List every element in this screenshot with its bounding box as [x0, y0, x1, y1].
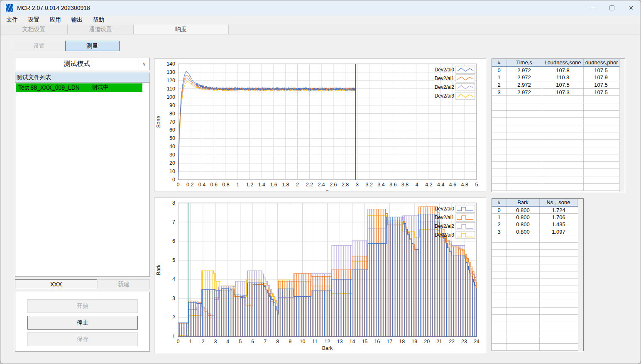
svg-text:19: 19: [411, 339, 417, 344]
loudness-table-panel: #Time,sLoudness,soneLoudness,phon02.9721…: [492, 59, 625, 192]
start-button[interactable]: 开始: [27, 299, 138, 313]
svg-text:70: 70: [169, 119, 175, 125]
table-cell: 2.972: [506, 81, 542, 88]
test-file-name: Test 88_XXX_009_LDN: [18, 84, 80, 91]
table-cell: 2.972: [506, 67, 542, 74]
table-cell: [506, 162, 542, 169]
table-cell: [492, 147, 506, 154]
svg-text:22: 22: [449, 339, 455, 344]
svg-text:Dev2/ai3: Dev2/ai3: [435, 93, 455, 99]
table-cell: 1: [492, 74, 506, 81]
bark-table-panel: #BarkNs，sone00.8001.72410.8001.70620.800…: [492, 198, 584, 351]
subtab-settings[interactable]: 设置: [13, 41, 65, 51]
svg-text:130: 130: [166, 69, 175, 75]
test-file-list-header: 测试文件列表: [15, 73, 150, 82]
svg-text:1.2: 1.2: [246, 182, 253, 188]
svg-text:1: 1: [172, 334, 175, 340]
specific-loudness-chart-panel: 0123456789101112131415161718192021222324…: [154, 198, 486, 353]
table-cell: [506, 271, 540, 278]
loudness-time-chart[interactable]: 00.20.40.60.811.21.41.61.822.22.42.62.83…: [154, 59, 486, 191]
table-cell: 0.800: [506, 228, 540, 235]
svg-text:5: 5: [239, 339, 242, 344]
table-row: 30.8001.097: [492, 228, 578, 235]
tab-0[interactable]: 文档设置: [0, 24, 68, 34]
title-bar: MCR 2.07.0.014 202300918 ✕: [0, 0, 641, 15]
table-cell: [542, 140, 584, 147]
table-cell: [540, 315, 577, 321]
table-cell: [492, 344, 506, 350]
table-cell: [540, 250, 577, 257]
new-button[interactable]: 新建: [97, 279, 150, 289]
svg-text:2.6: 2.6: [330, 182, 337, 188]
table-cell: [506, 169, 542, 176]
maximize-button[interactable]: [602, 0, 621, 15]
close-button[interactable]: ✕: [621, 0, 641, 15]
svg-text:20: 20: [424, 339, 430, 344]
svg-text:7: 7: [172, 219, 175, 225]
table-row: 20.8001.435: [492, 221, 578, 228]
svg-text:100: 100: [166, 94, 175, 100]
table-cell: [540, 308, 577, 314]
svg-text:2.4: 2.4: [318, 182, 325, 188]
minimize-button[interactable]: [583, 0, 602, 15]
table-cell: [506, 344, 540, 350]
table-cell: [492, 286, 506, 293]
svg-text:8: 8: [276, 339, 279, 344]
table-cell: [584, 125, 618, 132]
test-mode-select[interactable]: 测试模式 ∨: [15, 58, 150, 70]
svg-text:6: 6: [172, 238, 175, 244]
table-header-cell: #: [492, 199, 506, 206]
table-row: [492, 293, 578, 300]
svg-text:1.4: 1.4: [258, 182, 265, 188]
loudness-time-chart-panel: 00.20.40.60.811.21.41.61.822.22.42.62.83…: [154, 59, 486, 191]
table-cell: [542, 118, 584, 125]
table-cell: [506, 300, 540, 307]
table-cell: [542, 111, 584, 118]
table-row: [492, 329, 578, 336]
svg-text:40: 40: [169, 144, 175, 149]
menu-item-3[interactable]: 输出: [66, 15, 88, 24]
tab-1[interactable]: 通道设置: [68, 24, 134, 34]
table-row: [492, 286, 578, 293]
table-cell: [492, 336, 506, 343]
table-cell: 2: [492, 221, 506, 228]
table-row: [492, 132, 619, 140]
menu-item-0[interactable]: 文件: [1, 15, 23, 24]
save-button[interactable]: 保存: [27, 332, 138, 346]
table-cell: 0.800: [506, 214, 540, 220]
table-cell: 2.972: [506, 89, 542, 96]
table-cell: [506, 286, 540, 293]
bark-table-scrollbar[interactable]: [578, 199, 583, 351]
table-cell: [492, 329, 506, 336]
test-file-item[interactable]: Test 88_XXX_009_LDN测试中: [16, 83, 142, 92]
menu-item-1[interactable]: 设置: [23, 15, 44, 24]
svg-text:0.4: 0.4: [198, 182, 206, 188]
menu-item-4[interactable]: 帮助: [88, 15, 109, 24]
table-cell: 107.5: [584, 89, 618, 96]
table-cell: [492, 125, 506, 132]
table-cell: [506, 250, 540, 257]
table-cell: 3: [492, 228, 506, 235]
menu-item-2[interactable]: 应用: [44, 15, 66, 24]
subtab-measure[interactable]: 测量: [65, 41, 120, 51]
svg-text:Dev2/ai2: Dev2/ai2: [435, 223, 455, 229]
table-cell: [492, 250, 506, 257]
svg-text:2.8: 2.8: [342, 182, 349, 188]
loudness-table-scrollbar[interactable]: [619, 59, 625, 192]
table-cell: [584, 140, 618, 147]
table-row: [492, 243, 578, 250]
svg-text:8: 8: [172, 200, 175, 206]
table-header-row: #BarkNs，sone: [492, 199, 578, 207]
table-cell: [506, 147, 542, 154]
svg-text:10: 10: [300, 339, 306, 344]
table-row: [492, 315, 578, 322]
svg-text:23: 23: [461, 339, 467, 344]
stop-button[interactable]: 停止: [27, 316, 138, 330]
table-cell: 1: [492, 214, 506, 220]
table-cell: [506, 308, 540, 314]
table-cell: [492, 243, 506, 249]
table-cell: 1.097: [540, 228, 577, 235]
specific-loudness-chart[interactable]: 0123456789101112131415161718192021222324…: [154, 198, 486, 353]
xxx-button[interactable]: XXX: [15, 279, 97, 289]
tab-2[interactable]: 响度: [134, 24, 229, 34]
